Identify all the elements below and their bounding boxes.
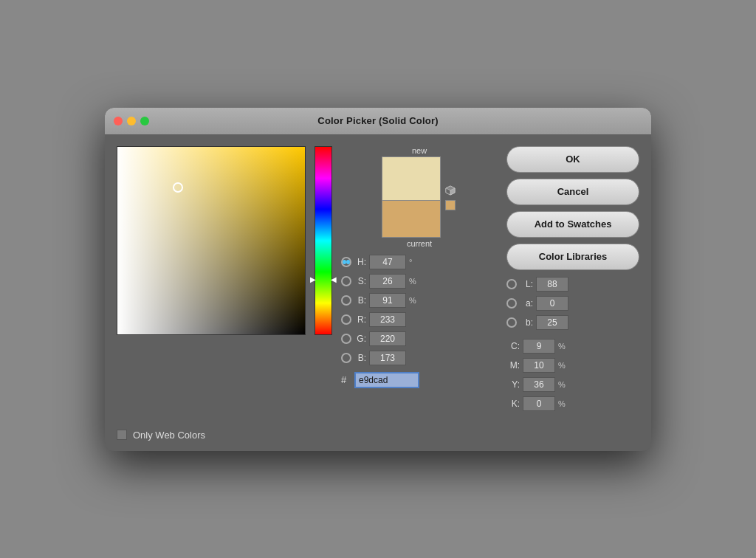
r-field-row: R: xyxy=(341,311,498,328)
g-input[interactable] xyxy=(369,331,406,346)
m-field-row: M: % xyxy=(506,357,639,373)
s-unit: % xyxy=(409,277,421,286)
cmyk-fields: C: % M: % Y: % K: % xyxy=(506,338,639,412)
cancel-button[interactable]: Cancel xyxy=(506,179,639,205)
a-radio[interactable] xyxy=(506,298,517,309)
b-lab-field-row: b: xyxy=(506,314,639,331)
only-web-colors-label: Only Web Colors xyxy=(133,430,205,441)
cube-icon xyxy=(444,184,457,197)
color-picker-dialog: Color Picker (Solid Color) ▶ ◀ new xyxy=(105,108,651,451)
swatch-current[interactable] xyxy=(382,201,441,238)
spectrum-canvas[interactable] xyxy=(117,147,305,334)
spectrum-gradient xyxy=(117,147,305,334)
hsb-fields: H: ° S: % B: % xyxy=(341,254,498,388)
hex-input[interactable] xyxy=(354,372,419,388)
swatch-new[interactable] xyxy=(382,156,441,201)
b2-label: B: xyxy=(354,353,366,363)
k-unit: % xyxy=(558,399,570,408)
new-label: new xyxy=(412,146,427,155)
a-field-row: a: xyxy=(506,295,639,311)
dialog-title: Color Picker (Solid Color) xyxy=(317,115,438,126)
y-label: Y: xyxy=(506,379,520,390)
g-radio[interactable] xyxy=(341,334,351,344)
b-lab-label: b: xyxy=(520,317,533,328)
k-input[interactable] xyxy=(523,396,555,411)
b-input[interactable] xyxy=(369,293,406,308)
l-field-row: L: xyxy=(506,276,639,292)
title-bar: Color Picker (Solid Color) xyxy=(105,108,651,134)
c-input[interactable] xyxy=(523,339,555,354)
h-field-row: H: ° xyxy=(341,254,498,270)
k-label: K: xyxy=(506,399,520,409)
hue-slider-area: ▶ ◀ xyxy=(315,146,332,412)
hex-symbol: # xyxy=(341,374,351,385)
minimize-button[interactable] xyxy=(127,117,136,125)
hue-arrow-right: ▶ xyxy=(310,275,316,283)
b-lab-input[interactable] xyxy=(536,315,568,330)
lab-fields: L: a: b: xyxy=(506,276,639,331)
traffic-lights xyxy=(114,117,149,125)
g-label: G: xyxy=(354,334,366,344)
r-label: R: xyxy=(354,314,366,325)
b-field-row: B: % xyxy=(341,292,498,309)
h-radio[interactable] xyxy=(341,257,351,267)
r-radio[interactable] xyxy=(341,314,351,325)
dialog-footer: Only Web Colors xyxy=(105,424,651,451)
h-input[interactable] xyxy=(369,255,406,269)
hue-arrow-left: ◀ xyxy=(331,275,337,283)
s-field-row: S: % xyxy=(341,273,498,289)
hue-slider[interactable] xyxy=(315,146,332,335)
m-unit: % xyxy=(558,361,570,370)
a-label: a: xyxy=(520,298,533,309)
y-field-row: Y: % xyxy=(506,376,639,393)
b2-input[interactable] xyxy=(369,351,406,365)
g-field-row: G: xyxy=(341,331,498,347)
s-label: S: xyxy=(354,276,366,286)
current-label: current xyxy=(407,239,432,248)
l-input[interactable] xyxy=(536,277,568,292)
b-unit: % xyxy=(409,296,421,305)
dialog-body: ▶ ◀ new xyxy=(105,134,651,424)
maximize-button[interactable] xyxy=(140,117,149,125)
a-input[interactable] xyxy=(536,296,568,311)
r-input[interactable] xyxy=(369,312,406,327)
s-input[interactable] xyxy=(369,274,406,289)
b-label: B: xyxy=(354,295,366,306)
c-label: C: xyxy=(506,341,520,351)
b-lab-radio[interactable] xyxy=(506,317,517,328)
add-to-swatches-button[interactable]: Add to Swatches xyxy=(506,211,639,238)
close-button[interactable] xyxy=(114,117,123,125)
y-input[interactable] xyxy=(523,377,555,392)
m-input[interactable] xyxy=(523,358,555,373)
swatch-stack: new xyxy=(341,146,498,248)
y-unit: % xyxy=(558,380,570,389)
right-section: OK Cancel Add to Swatches Color Librarie… xyxy=(506,146,639,412)
c-field-row: C: % xyxy=(506,338,639,354)
l-radio[interactable] xyxy=(506,279,517,289)
h-unit: ° xyxy=(409,258,421,266)
only-web-colors-checkbox[interactable] xyxy=(117,430,127,440)
c-unit: % xyxy=(558,342,570,351)
current-color-swatch-small xyxy=(445,200,456,210)
k-field-row: K: % xyxy=(506,396,639,412)
l-label: L: xyxy=(520,279,533,289)
b2-radio[interactable] xyxy=(341,353,351,363)
b2-field-row: B: xyxy=(341,350,498,366)
checkbox-area: Only Web Colors xyxy=(117,430,205,441)
color-libraries-button[interactable]: Color Libraries xyxy=(506,244,639,270)
hex-row: # xyxy=(341,372,498,388)
middle-section: new xyxy=(341,146,498,412)
color-spectrum[interactable] xyxy=(117,146,306,335)
b-radio[interactable] xyxy=(341,295,351,306)
h-label: H: xyxy=(354,257,366,267)
ok-button[interactable]: OK xyxy=(506,146,639,173)
s-radio[interactable] xyxy=(341,276,351,286)
m-label: M: xyxy=(506,360,520,371)
